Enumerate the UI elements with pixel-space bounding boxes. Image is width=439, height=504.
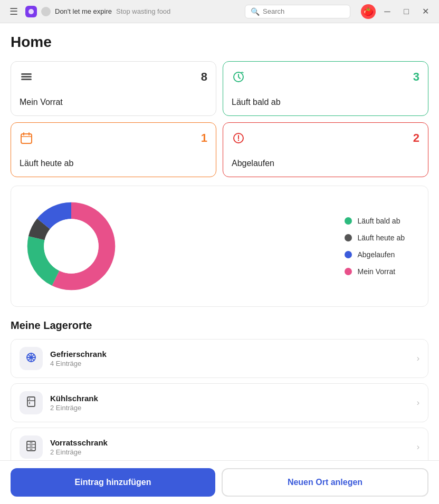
minimize-button[interactable]: ─ <box>380 4 395 19</box>
gefrierschrank-name: Gefrierschrank <box>50 350 409 358</box>
storage-list: Gefrierschrank 4 Einträge › <box>11 339 428 467</box>
legend-dot-mein-vorrat <box>345 268 352 275</box>
maximize-button[interactable]: □ <box>399 4 414 19</box>
gefrierschrank-count: 4 Einträge <box>50 360 409 367</box>
stat-card-abgelaufen[interactable]: 2 Abgelaufen <box>223 122 428 177</box>
gefrierschrank-icon <box>25 352 37 366</box>
svg-rect-5 <box>21 134 32 143</box>
legend-dot-lauft-heute <box>345 234 352 241</box>
kuhlschrank-icon-wrap <box>20 391 43 414</box>
gefrierschrank-chevron: › <box>417 354 419 363</box>
storage-item-kuhlschrank[interactable]: Kühlschrank 2 Einträge › <box>11 383 428 422</box>
abgelaufen-icon <box>232 131 245 148</box>
vorratsschrank-icon <box>25 440 37 454</box>
stat-card-lauft-bald[interactable]: 3 Läuft bald ab <box>223 61 428 116</box>
hamburger-icon: ☰ <box>9 6 18 17</box>
legend-label-lauft-bald: Läuft bald ab <box>357 217 400 225</box>
abgelaufen-number: 2 <box>413 131 419 145</box>
storage-section-title: Meine Lagerorte <box>11 319 428 332</box>
lauft-heute-icon <box>20 131 33 148</box>
legend-item-abgelaufen: Abgelaufen <box>345 250 405 259</box>
vorratsschrank-info: Vorratsschrank 2 Einträge <box>50 438 409 456</box>
legend-dot-abgelaufen <box>345 251 352 258</box>
kuhlschrank-info: Kühlschrank 2 Einträge <box>50 394 409 412</box>
stat-card-lauft-heute[interactable]: 1 Läuft heute ab <box>11 122 216 177</box>
app-title: Don't let me expire <box>55 7 112 15</box>
legend-label-abgelaufen: Abgelaufen <box>357 250 395 259</box>
search-input[interactable] <box>263 7 345 15</box>
kuhlschrank-count: 2 Einträge <box>50 404 409 412</box>
kuhlschrank-chevron: › <box>417 398 419 408</box>
lauft-bald-icon <box>232 70 245 87</box>
stats-grid: 8 Mein Vorrat 3 Läuft bald ab <box>11 61 428 177</box>
vorratsschrank-icon-wrap <box>20 435 43 459</box>
app-logo <box>25 6 37 17</box>
svg-rect-2 <box>21 76 32 77</box>
svg-rect-23 <box>27 397 35 406</box>
main-content: Home 8 Mein Vorrat <box>0 23 439 504</box>
titlebar: ☰ Don't let me expire Stop wasting food … <box>0 0 439 23</box>
storage-section: Meine Lagerorte Gef <box>11 319 428 467</box>
vorrat-label: Mein Vorrat <box>20 98 207 107</box>
app-subtitle: Stop wasting food <box>116 7 170 15</box>
donut-chart <box>24 199 119 294</box>
search-box[interactable]: 🔍 <box>245 5 350 18</box>
storage-item-gefrierschrank[interactable]: Gefrierschrank 4 Einträge › <box>11 339 428 378</box>
svg-point-0 <box>28 9 34 14</box>
maximize-icon: □ <box>404 7 409 16</box>
tomato-icon: 🍅 <box>361 4 376 19</box>
close-button[interactable]: ✕ <box>418 4 433 19</box>
chart-legend: Läuft bald ab Läuft heute ab Abgelaufen … <box>345 217 415 276</box>
lauft-bald-number: 3 <box>413 70 419 84</box>
vorratsschrank-chevron: › <box>417 442 419 452</box>
svg-point-17 <box>44 219 99 274</box>
vorratsschrank-name: Vorratsschrank <box>50 438 409 447</box>
page-title: Home <box>11 34 428 51</box>
legend-label-lauft-heute: Läuft heute ab <box>357 234 405 242</box>
abgelaufen-label: Abgelaufen <box>232 159 419 168</box>
legend-item-lauft-bald: Läuft bald ab <box>345 217 405 225</box>
close-icon: ✕ <box>422 6 429 16</box>
search-icon: 🔍 <box>251 7 260 16</box>
window-controls: 🍅 ─ □ ✕ <box>361 4 433 19</box>
kuhlschrank-name: Kühlschrank <box>50 394 409 403</box>
vorrat-icon <box>20 70 33 87</box>
bottom-bar: Eintrag hinzufügen Neuen Ort anlegen <box>0 460 439 504</box>
chart-section: Läuft bald ab Läuft heute ab Abgelaufen … <box>11 186 428 307</box>
gefrierschrank-icon-wrap <box>20 347 43 370</box>
kuhlschrank-icon <box>25 396 37 410</box>
add-location-button[interactable]: Neuen Ort anlegen <box>222 468 428 497</box>
menu-button[interactable]: ☰ <box>6 4 21 19</box>
legend-label-mein-vorrat: Mein Vorrat <box>357 267 395 276</box>
add-entry-button[interactable]: Eintrag hinzufügen <box>11 468 215 497</box>
svg-rect-1 <box>21 73 32 75</box>
vorrat-number: 8 <box>201 70 207 84</box>
legend-item-mein-vorrat: Mein Vorrat <box>345 267 405 276</box>
lauft-heute-label: Läuft heute ab <box>20 159 207 168</box>
legend-item-lauft-heute: Läuft heute ab <box>345 234 405 242</box>
svg-point-11 <box>238 140 239 141</box>
vorratsschrank-count: 2 Einträge <box>50 448 409 456</box>
legend-dot-lauft-bald <box>345 217 352 225</box>
lauft-heute-number: 1 <box>201 131 207 145</box>
minimize-icon: ─ <box>384 7 390 16</box>
tab-inactive[interactable] <box>41 7 51 16</box>
stat-card-vorrat[interactable]: 8 Mein Vorrat <box>11 61 216 116</box>
svg-rect-3 <box>21 79 32 80</box>
lauft-bald-label: Läuft bald ab <box>232 98 419 107</box>
gefrierschrank-info: Gefrierschrank 4 Einträge <box>50 350 409 367</box>
